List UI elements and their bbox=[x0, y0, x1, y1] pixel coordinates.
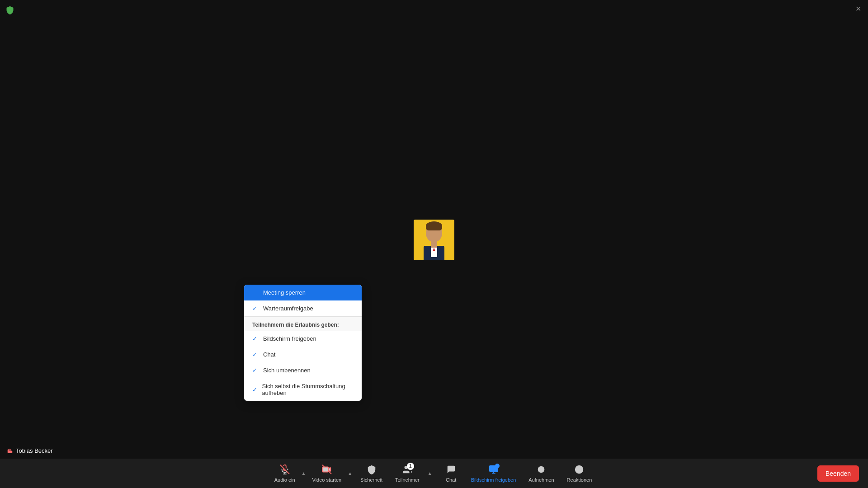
screenshare-active-dot bbox=[495, 464, 500, 468]
screenshare-button[interactable]: Bildschirm freigeben bbox=[465, 462, 523, 485]
security-button[interactable]: Sicherheit bbox=[354, 462, 389, 485]
video-label: Video starten bbox=[312, 477, 342, 483]
menu-item-stummschaltung[interactable]: ✓ Sich selbst die Stummschaltung aufhebe… bbox=[244, 378, 362, 401]
end-button-container: Beenden bbox=[817, 465, 859, 482]
chevron-up-icon: ▲ bbox=[302, 471, 306, 476]
audio-label: Audio ein bbox=[274, 477, 295, 483]
participants-count: 1 bbox=[407, 463, 414, 470]
participants-chevron-icon: ▲ bbox=[428, 471, 432, 476]
menu-item-umbenennen[interactable]: ✓ Sich umbenennen bbox=[244, 362, 362, 378]
menu-item-chat[interactable]: ✓ Chat bbox=[244, 347, 362, 362]
avatar bbox=[414, 220, 454, 260]
menu-item-meeting-sperren[interactable]: Meeting sperren bbox=[244, 285, 362, 300]
username-label: Tobias Becker bbox=[7, 447, 53, 454]
chat-label: Chat bbox=[446, 477, 456, 483]
screenshare-icon bbox=[489, 465, 499, 476]
menu-label-bildschirm: Bildschirm freigeben bbox=[263, 335, 316, 342]
video-button[interactable]: Video starten bbox=[308, 462, 346, 485]
video-icon bbox=[322, 465, 332, 476]
audio-control[interactable]: Audio ein ▲ bbox=[270, 462, 308, 485]
menu-label-meeting-sperren: Meeting sperren bbox=[263, 289, 306, 296]
chat-button[interactable]: Chat bbox=[438, 462, 465, 485]
record-label: Aufnehmen bbox=[528, 477, 554, 483]
reactions-button[interactable]: Reaktionen bbox=[561, 462, 599, 485]
record-icon bbox=[536, 465, 546, 476]
svg-point-15 bbox=[538, 466, 545, 473]
security-label: Sicherheit bbox=[360, 477, 382, 483]
audio-icon bbox=[280, 465, 290, 476]
participants-icon: 1 bbox=[402, 465, 412, 476]
menu-item-bildschirm-freigeben[interactable]: ✓ Bildschirm freigeben bbox=[244, 331, 362, 347]
menu-label-chat: Chat bbox=[263, 351, 275, 358]
menu-item-warteraumfreigabe[interactable]: ✓ Warteraumfreigabe bbox=[244, 300, 362, 316]
reactions-label: Reaktionen bbox=[567, 477, 592, 483]
close-button[interactable]: ✕ bbox=[855, 5, 861, 13]
svg-rect-3 bbox=[426, 225, 442, 230]
security-icon bbox=[367, 465, 377, 476]
record-button[interactable]: Aufnehmen bbox=[522, 462, 560, 485]
video-control[interactable]: Video starten ▲ bbox=[308, 462, 354, 485]
context-menu: Meeting sperren ✓ Warteraumfreigabe Teil… bbox=[244, 285, 362, 401]
audio-chevron[interactable]: ▲ bbox=[300, 471, 308, 476]
svg-rect-7 bbox=[431, 241, 437, 248]
video-chevron[interactable]: ▲ bbox=[346, 471, 354, 476]
chat-icon bbox=[446, 465, 456, 476]
main-video-area: ✕ Meeting sperren bbox=[0, 0, 868, 488]
shield-icon bbox=[5, 5, 14, 14]
check-icon-bildschirm: ✓ bbox=[252, 335, 259, 342]
participants-chevron[interactable]: ▲ bbox=[426, 471, 434, 476]
check-icon-warteraumfreigabe: ✓ bbox=[252, 305, 259, 312]
avatar-container bbox=[414, 220, 454, 260]
menu-section-title: Teilnehmern die Erlaubnis geben: bbox=[244, 317, 362, 331]
reactions-icon bbox=[574, 465, 584, 476]
participants-label: Teilnehmer bbox=[395, 477, 420, 483]
menu-label-umbenennen: Sich umbenennen bbox=[263, 367, 311, 374]
svg-rect-12 bbox=[322, 467, 329, 472]
end-button[interactable]: Beenden bbox=[817, 465, 859, 482]
participants-button[interactable]: 1 Teilnehmer bbox=[389, 462, 426, 485]
audio-button[interactable]: Audio ein bbox=[270, 462, 300, 485]
menu-label-stummschaltung: Sich selbst die Stummschaltung aufheben bbox=[262, 383, 354, 396]
screenshare-label: Bildschirm freigeben bbox=[471, 477, 516, 483]
svg-point-16 bbox=[575, 465, 583, 473]
toolbar: Audio ein ▲ Video starten ▲ bbox=[0, 459, 868, 488]
username-text: Tobias Becker bbox=[16, 447, 53, 454]
check-icon-umbenennen: ✓ bbox=[252, 367, 259, 374]
check-icon-stummschaltung: ✓ bbox=[252, 386, 258, 393]
video-chevron-icon: ▲ bbox=[348, 471, 352, 476]
menu-label-warteraumfreigabe: Warteraumfreigabe bbox=[263, 305, 313, 312]
check-icon-chat: ✓ bbox=[252, 351, 259, 358]
